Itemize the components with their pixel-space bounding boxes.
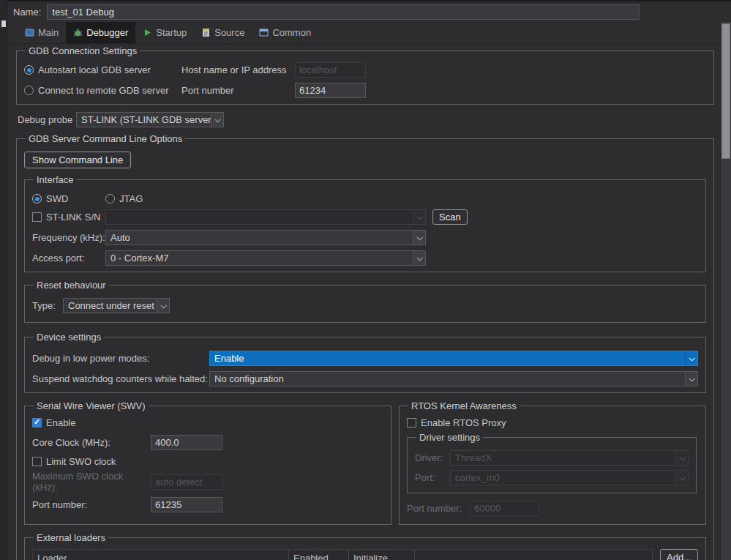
external-loaders-legend: External loaders bbox=[34, 532, 108, 543]
frequency-value: Auto bbox=[106, 231, 413, 244]
scan-button[interactable]: Scan bbox=[432, 209, 468, 225]
tab-source-label: Source bbox=[214, 27, 244, 38]
host-input bbox=[295, 62, 366, 78]
low-power-select[interactable]: Enable bbox=[209, 351, 698, 366]
frequency-select[interactable]: Auto bbox=[105, 230, 426, 245]
device-settings-group: Device settings Debug in low power modes… bbox=[24, 332, 706, 393]
rtos-proxy-label: Enable RTOS Proxy bbox=[421, 417, 506, 428]
column-header-loader[interactable]: Loader bbox=[33, 550, 289, 560]
rtos-port-number-input bbox=[470, 501, 539, 516]
tab-common-label: Common bbox=[272, 27, 311, 38]
rtos-port-select: cortex_m0 bbox=[450, 470, 689, 485]
name-input[interactable] bbox=[47, 4, 640, 20]
source-icon bbox=[201, 28, 211, 37]
port-number-input[interactable] bbox=[295, 83, 366, 98]
host-label: Host name or IP address bbox=[181, 64, 295, 75]
tab-main-label: Main bbox=[38, 27, 59, 38]
reset-type-label: Type: bbox=[32, 300, 63, 311]
table-header: Loader Enabled Initialize bbox=[33, 550, 652, 560]
column-header-initialize[interactable]: Initialize bbox=[349, 550, 415, 560]
swd-radio[interactable]: SWD bbox=[32, 193, 105, 204]
tab-startup-label: Startup bbox=[156, 27, 187, 38]
reset-type-value: Connect under reset bbox=[64, 299, 157, 313]
tab-startup[interactable]: Startup bbox=[135, 22, 194, 43]
chevron-down-icon[interactable] bbox=[413, 251, 425, 265]
tab-debugger-label: Debugger bbox=[86, 27, 128, 38]
watchdog-select[interactable]: No configuration bbox=[209, 371, 698, 387]
vertical-scrollbar[interactable] bbox=[720, 22, 731, 560]
tab-common[interactable]: Common bbox=[252, 22, 318, 43]
swv-group: Serial Wire Viewer (SWV) Enable Core Clo… bbox=[24, 400, 391, 525]
rtos-group: RTOS Kernel Awareness Enable RTOS Proxy … bbox=[399, 400, 706, 525]
jtag-radio[interactable]: JTAG bbox=[105, 193, 143, 204]
column-header-enabled[interactable]: Enabled bbox=[289, 550, 349, 560]
radio-unchecked-icon bbox=[24, 86, 34, 95]
device-settings-legend: Device settings bbox=[34, 332, 104, 343]
driver-settings-legend: Driver settings bbox=[416, 432, 483, 443]
reset-behaviour-group: Reset behaviour Type: Connect under rese… bbox=[24, 280, 706, 323]
autostart-gdb-radio[interactable]: Autostart local GDB server bbox=[24, 64, 181, 75]
debug-probe-label: Debug probe bbox=[18, 114, 76, 125]
chevron-down-icon bbox=[413, 210, 425, 224]
play-icon bbox=[143, 28, 152, 37]
interface-legend: Interface bbox=[34, 174, 77, 185]
chevron-down-icon[interactable] bbox=[413, 231, 425, 244]
driver-label: Driver: bbox=[415, 452, 450, 463]
bug-icon bbox=[73, 28, 83, 37]
interface-group: Interface SWD JTAG ST-LINK S/N bbox=[24, 174, 706, 272]
tab-main[interactable]: Main bbox=[18, 22, 66, 43]
reset-type-select[interactable]: Connect under reset bbox=[63, 298, 170, 313]
debugger-tab-content: GDB Connection Settings Autostart local … bbox=[7, 44, 720, 560]
gdb-connection-legend: GDB Connection Settings bbox=[26, 45, 140, 56]
connect-remote-radio[interactable]: Connect to remote GDB server bbox=[24, 85, 181, 96]
watchdog-label: Suspend watchdog counters while halted: bbox=[32, 373, 209, 384]
chevron-down-icon[interactable] bbox=[685, 372, 697, 386]
swv-legend: Serial Wire Viewer (SWV) bbox=[34, 400, 149, 411]
access-port-select[interactable]: 0 - Cortex-M7 bbox=[105, 250, 426, 266]
chevron-down-icon[interactable] bbox=[685, 351, 697, 365]
stlink-sn-select bbox=[105, 209, 426, 225]
rtos-legend: RTOS Kernel Awareness bbox=[408, 400, 520, 411]
watchdog-value: No configuration bbox=[210, 372, 685, 386]
reset-behaviour-legend: Reset behaviour bbox=[34, 280, 109, 291]
swv-enable-label: Enable bbox=[46, 417, 165, 428]
chevron-down-icon[interactable] bbox=[211, 113, 223, 127]
external-loaders-group: External loaders Loader Enabled Initiali… bbox=[24, 532, 706, 560]
stlink-sn-value bbox=[106, 210, 413, 224]
rtos-proxy-checkbox[interactable]: Enable RTOS Proxy bbox=[407, 417, 698, 428]
checkbox-unchecked-icon bbox=[407, 418, 416, 428]
limit-swo-checkbox[interactable]: Limit SWO clock bbox=[32, 456, 383, 467]
jtag-label: JTAG bbox=[119, 193, 143, 204]
debug-probe-select[interactable]: ST-LINK (ST-LINK GDB server) bbox=[76, 112, 224, 127]
rtos-port-value: cortex_m0 bbox=[451, 471, 675, 485]
checkbox-checked-icon bbox=[32, 418, 42, 428]
limit-swo-label: Limit SWO clock bbox=[46, 456, 165, 467]
core-clock-input[interactable] bbox=[151, 435, 222, 450]
port-number-label: Port number bbox=[181, 85, 295, 96]
driver-value: ThreadX bbox=[451, 451, 675, 465]
checkbox-unchecked-icon bbox=[32, 212, 42, 222]
chevron-down-icon bbox=[675, 471, 688, 485]
minimized-view-icon[interactable] bbox=[1, 20, 6, 27]
connect-remote-label: Connect to remote GDB server bbox=[38, 85, 168, 96]
tab-source[interactable]: Source bbox=[194, 22, 252, 43]
external-loaders-table[interactable]: Loader Enabled Initialize bbox=[32, 549, 653, 560]
gdb-server-options-legend: GDB Server Command Line Options bbox=[26, 133, 185, 144]
swv-enable-checkbox[interactable]: Enable bbox=[32, 417, 383, 428]
swv-port-label: Port number: bbox=[32, 499, 151, 510]
stlink-sn-checkbox[interactable]: ST-LINK S/N bbox=[32, 212, 105, 223]
left-edge-strip bbox=[0, 0, 7, 560]
checkbox-unchecked-icon bbox=[32, 457, 42, 466]
scrollbar-thumb[interactable] bbox=[721, 23, 730, 159]
swv-port-input[interactable] bbox=[151, 497, 222, 512]
low-power-label: Debug in low power modes: bbox=[32, 353, 209, 364]
show-command-line-button[interactable]: Show Command Line bbox=[24, 152, 131, 168]
core-clock-label: Core Clock (MHz): bbox=[32, 437, 151, 448]
add-loader-button[interactable]: Add... bbox=[660, 549, 698, 560]
radio-checked-icon bbox=[24, 65, 34, 75]
chevron-down-icon[interactable] bbox=[157, 299, 169, 313]
low-power-value: Enable bbox=[210, 351, 685, 365]
tab-debugger[interactable]: Debugger bbox=[66, 22, 135, 43]
tab-bar: Main Debugger Startup Source Common bbox=[7, 22, 720, 44]
max-swo-label: Maximum SWO clock (kHz): bbox=[32, 471, 151, 493]
